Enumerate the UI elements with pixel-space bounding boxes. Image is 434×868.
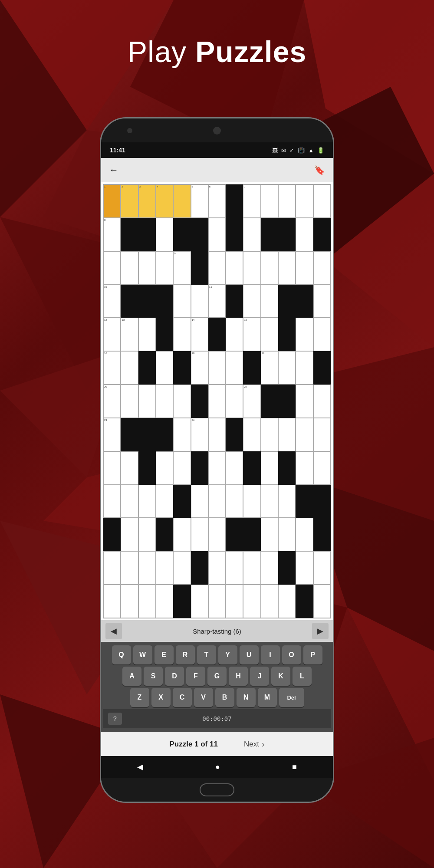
grid-cell[interactable] [121,551,138,585]
grid-cell[interactable] [261,218,278,251]
grid-cell[interactable] [296,385,313,418]
grid-cell[interactable] [243,251,260,285]
grid-cell[interactable] [278,318,296,351]
key-g[interactable]: G [207,667,227,686]
grid-cell[interactable] [173,184,191,218]
grid-cell[interactable] [156,218,173,251]
crossword-container[interactable]: 12345678910111213141516181920222324 [101,182,333,620]
grid-cell[interactable] [173,551,191,585]
grid-cell[interactable]: 14 [191,318,208,351]
android-home-button[interactable]: ● [215,763,220,772]
grid-cell[interactable] [173,385,191,418]
key-x[interactable]: X [151,688,171,707]
grid-cell[interactable] [156,318,173,351]
grid-cell[interactable] [156,418,173,451]
grid-cell[interactable] [138,518,156,551]
grid-cell[interactable] [261,385,278,418]
grid-cell[interactable] [296,518,313,551]
key-s[interactable]: S [144,667,163,686]
grid-cell[interactable] [278,351,296,385]
delete-key[interactable]: Del [279,688,304,707]
grid-cell[interactable] [191,385,208,418]
grid-cell[interactable]: 15 [243,318,260,351]
grid-cell[interactable] [208,485,226,518]
grid-cell[interactable] [173,218,191,251]
next-clue-button[interactable]: ▶ [312,623,329,639]
grid-cell[interactable]: 3 [138,184,156,218]
grid-cell[interactable] [156,551,173,585]
grid-cell[interactable] [208,218,226,251]
grid-cell[interactable] [208,385,226,418]
grid-cell[interactable] [243,285,260,318]
key-u[interactable]: U [240,645,259,664]
grid-cell[interactable]: 8 [103,218,121,251]
grid-cell[interactable] [296,351,313,385]
key-c[interactable]: C [173,688,192,707]
crossword-grid[interactable]: 12345678910111213141516181920222324 [103,184,331,618]
grid-cell[interactable] [313,485,331,518]
grid-cell[interactable] [208,585,226,618]
grid-cell[interactable] [226,485,243,518]
grid-cell[interactable] [103,551,121,585]
grid-cell[interactable] [296,184,313,218]
grid-cell[interactable]: 12 [103,318,121,351]
grid-cell[interactable] [121,385,138,418]
grid-cell[interactable] [138,218,156,251]
grid-cell[interactable] [226,451,243,485]
help-button[interactable]: ? [108,713,122,725]
grid-cell[interactable] [261,451,278,485]
grid-cell[interactable] [103,485,121,518]
grid-cell[interactable] [243,518,260,551]
key-l[interactable]: L [293,667,312,686]
grid-cell[interactable] [226,184,243,218]
grid-cell[interactable] [173,585,191,618]
grid-cell[interactable]: 1 [103,184,121,218]
grid-cell[interactable] [138,585,156,618]
grid-cell[interactable] [243,585,260,618]
key-v[interactable]: V [194,688,213,707]
grid-cell[interactable]: 2 [121,184,138,218]
grid-cell[interactable]: 4 [156,184,173,218]
grid-cell[interactable] [261,285,278,318]
grid-cell[interactable] [138,551,156,585]
key-e[interactable]: E [155,645,174,664]
grid-cell[interactable] [191,218,208,251]
grid-cell[interactable] [226,351,243,385]
key-w[interactable]: W [133,645,152,664]
grid-cell[interactable] [156,251,173,285]
grid-cell[interactable]: 16 [103,351,121,385]
grid-cell[interactable] [103,518,121,551]
grid-cell[interactable] [121,351,138,385]
grid-cell[interactable] [261,251,278,285]
grid-cell[interactable] [278,551,296,585]
grid-cell[interactable] [261,318,278,351]
grid-cell[interactable]: 23 [103,418,121,451]
grid-cell[interactable] [138,251,156,285]
grid-cell[interactable] [173,351,191,385]
grid-cell[interactable] [191,518,208,551]
grid-cell[interactable] [121,418,138,451]
grid-cell[interactable] [173,418,191,451]
grid-cell[interactable] [191,485,208,518]
grid-cell[interactable] [243,351,260,385]
grid-cell[interactable]: 13 [121,318,138,351]
grid-cell[interactable] [191,285,208,318]
grid-cell[interactable] [313,285,331,318]
grid-cell[interactable] [296,251,313,285]
grid-cell[interactable] [278,585,296,618]
grid-cell[interactable] [278,285,296,318]
grid-cell[interactable] [226,418,243,451]
grid-cell[interactable] [226,218,243,251]
grid-cell[interactable] [208,318,226,351]
grid-cell[interactable] [226,285,243,318]
grid-cell[interactable] [173,318,191,351]
grid-cell[interactable]: 20 [103,385,121,418]
grid-cell[interactable] [138,418,156,451]
grid-cell[interactable] [313,251,331,285]
grid-cell[interactable] [208,518,226,551]
grid-cell[interactable] [313,451,331,485]
grid-cell[interactable] [208,251,226,285]
grid-cell[interactable] [296,585,313,618]
key-k[interactable]: K [271,667,290,686]
android-back-button[interactable]: ◀ [137,762,143,772]
